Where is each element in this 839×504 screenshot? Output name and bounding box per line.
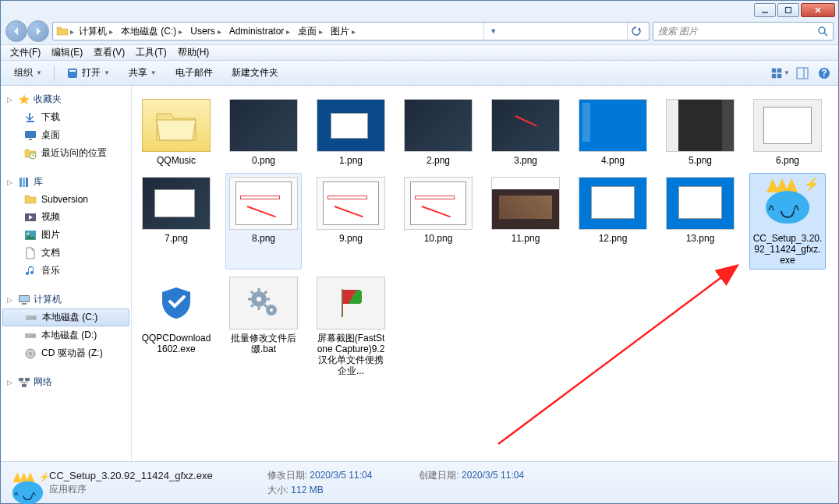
- sidebar-item-videos[interactable]: 视频: [1, 208, 131, 226]
- forward-button[interactable]: [27, 20, 49, 42]
- breadcrumb-desktop[interactable]: 桌面▸: [295, 23, 326, 40]
- file-label: 10.png: [424, 233, 453, 244]
- svg-rect-10: [772, 73, 776, 77]
- menu-help[interactable]: 帮助(H): [173, 44, 214, 61]
- search-input[interactable]: 搜索 图片: [653, 22, 834, 41]
- svg-rect-6: [68, 69, 77, 78]
- svg-point-40: [270, 308, 273, 312]
- svg-text:?: ?: [821, 68, 827, 79]
- svg-rect-12: [797, 68, 808, 79]
- file-label: 批量修改文件后缀.bat: [228, 333, 299, 354]
- file-item[interactable]: 4.png: [575, 95, 651, 170]
- svg-rect-16: [25, 131, 36, 138]
- svg-rect-19: [19, 178, 22, 187]
- file-label: 1.png: [339, 155, 363, 166]
- navigation-pane[interactable]: ▷ 收藏夹 下载 桌面 最近访问的位置 ▷ 库 Subversion 视频 图片…: [1, 86, 132, 461]
- menu-file[interactable]: 文件(F): [5, 44, 45, 61]
- help-button[interactable]: ?: [815, 64, 834, 83]
- svg-rect-36: [22, 384, 27, 387]
- svg-rect-8: [772, 68, 776, 72]
- maximize-button[interactable]: [777, 3, 799, 17]
- sidebar-item-documents[interactable]: 文档: [1, 244, 131, 262]
- file-item[interactable]: 3.png: [487, 95, 564, 170]
- details-pane: ^ ^ ⚡ CC_Setup_3.20.92_11424_gfxz.exe 应用…: [1, 461, 838, 503]
- breadcrumb-pictures[interactable]: 图片▸: [327, 23, 359, 40]
- video-icon: [24, 211, 37, 224]
- sidebar-network-header[interactable]: ▷ 网络: [1, 373, 131, 391]
- svg-rect-20: [23, 178, 25, 187]
- share-button[interactable]: 共享▼: [120, 62, 165, 83]
- sidebar-item-pictures[interactable]: 图片: [1, 226, 131, 244]
- selected-file-icon: ^ ^ ⚡: [9, 467, 41, 499]
- sidebar-favorites-header[interactable]: ▷ 收藏夹: [1, 90, 131, 108]
- view-options-button[interactable]: ▼: [771, 64, 790, 83]
- sidebar-item-drive-c[interactable]: 本地磁盘 (C:): [2, 308, 129, 326]
- menu-tools[interactable]: 工具(T): [131, 44, 171, 61]
- svg-point-33: [30, 352, 32, 354]
- file-label: 4.png: [601, 155, 625, 166]
- svg-point-31: [33, 335, 34, 337]
- email-button[interactable]: 电子邮件: [167, 62, 221, 83]
- separator: [54, 65, 55, 81]
- file-item[interactable]: 5.png: [662, 95, 738, 170]
- new-folder-button[interactable]: 新建文件夹: [223, 62, 287, 83]
- sidebar-item-drive-d[interactable]: 本地磁盘 (D:): [1, 326, 131, 344]
- file-item[interactable]: 2.png: [400, 95, 476, 170]
- breadcrumb-users[interactable]: Users▸: [187, 24, 224, 38]
- breadcrumb-drive-c[interactable]: 本地磁盘 (C:)▸: [118, 23, 186, 40]
- file-item[interactable]: 9.png: [313, 173, 389, 270]
- back-button[interactable]: [5, 20, 27, 42]
- picture-icon: [24, 229, 37, 241]
- app-icon: [66, 67, 79, 79]
- cd-icon: [24, 347, 37, 360]
- file-item[interactable]: 6.png: [749, 95, 826, 170]
- sidebar-libraries-header[interactable]: ▷ 库: [1, 173, 131, 191]
- file-item[interactable]: 0.png: [225, 95, 302, 170]
- minimize-button[interactable]: [754, 3, 776, 17]
- file-item[interactable]: 13.png: [662, 173, 738, 270]
- open-button[interactable]: 打开▼: [58, 62, 119, 83]
- file-item[interactable]: QQMusic: [138, 95, 214, 170]
- menu-view[interactable]: 查看(V): [89, 44, 129, 61]
- file-item[interactable]: 屏幕截图(FastStone Capture)9.2汉化单文件便携企业...: [313, 273, 389, 380]
- file-item[interactable]: 1.png: [313, 95, 389, 170]
- computer-icon: [18, 294, 30, 306]
- svg-point-38: [257, 297, 261, 301]
- breadcrumb-computer[interactable]: 计算机▸: [76, 23, 116, 40]
- sidebar-item-downloads[interactable]: 下载: [1, 108, 131, 126]
- address-bar[interactable]: ▸ 计算机▸ 本地磁盘 (C:)▸ Users▸ Administrator▸ …: [52, 22, 650, 41]
- details-filetype: 应用程序: [49, 483, 213, 496]
- file-label: 2.png: [427, 155, 450, 166]
- file-label: 屏幕截图(FastStone Capture)9.2汉化单文件便携企业...: [315, 333, 387, 376]
- organize-button[interactable]: 组织▼: [5, 62, 51, 83]
- svg-rect-1: [786, 8, 791, 13]
- details-filename: CC_Setup_3.20.92_11424_gfxz.exe: [49, 470, 213, 481]
- refresh-button[interactable]: [627, 23, 646, 40]
- breadcrumb-administrator[interactable]: Administrator▸: [226, 24, 294, 38]
- star-icon: [18, 93, 30, 106]
- sidebar-item-cd-drive[interactable]: CD 驱动器 (Z:): [1, 344, 131, 362]
- sidebar-item-music[interactable]: 音乐: [1, 262, 131, 280]
- close-button[interactable]: [801, 3, 835, 17]
- preview-pane-button[interactable]: [793, 64, 812, 83]
- file-item[interactable]: 12.png: [575, 173, 651, 270]
- file-item[interactable]: ^ ^⚡CC_Setup_3.20.92_11424_gfxz.exe: [749, 173, 826, 270]
- file-item[interactable]: 10.png: [400, 173, 476, 270]
- file-list[interactable]: QQMusic0.png1.png2.png3.png4.png5.png6.p…: [132, 86, 838, 461]
- svg-line-45: [251, 291, 253, 294]
- sidebar-item-recent[interactable]: 最近访问的位置: [1, 144, 131, 162]
- sidebar-item-desktop[interactable]: 桌面: [1, 126, 131, 144]
- file-label: QQPCDownload1602.exe: [140, 333, 212, 354]
- menu-edit[interactable]: 编辑(E): [47, 44, 87, 61]
- address-dropdown[interactable]: ▼: [483, 23, 502, 40]
- file-item[interactable]: 7.png: [138, 173, 214, 270]
- sidebar-computer-header[interactable]: ▷ 计算机: [1, 291, 131, 308]
- file-item[interactable]: QQPCDownload1602.exe: [138, 273, 214, 380]
- file-label: 0.png: [252, 155, 275, 166]
- file-item[interactable]: 8.png: [225, 173, 302, 270]
- file-label: 6.png: [776, 155, 799, 166]
- svg-rect-26: [19, 296, 29, 301]
- sidebar-item-subversion[interactable]: Subversion: [1, 191, 131, 208]
- file-item[interactable]: 11.png: [487, 173, 564, 270]
- file-item[interactable]: 批量修改文件后缀.bat: [225, 273, 302, 380]
